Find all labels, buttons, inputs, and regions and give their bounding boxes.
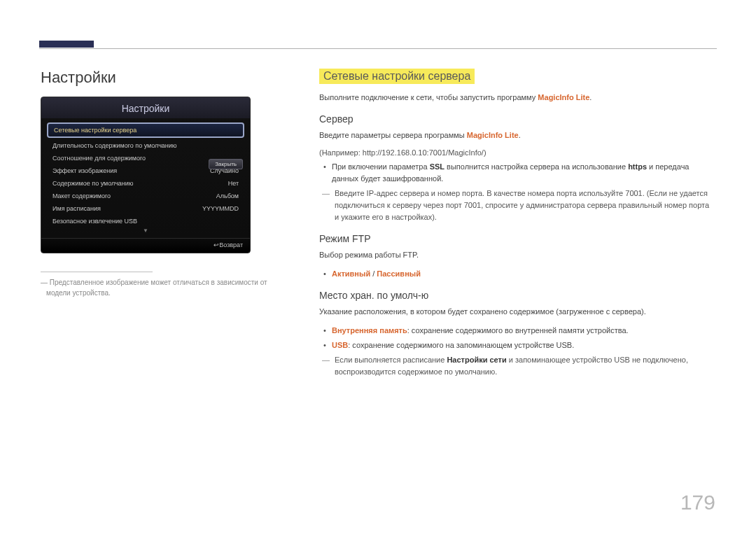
b-text-b: выполнится настройка сервера на использо… [444, 162, 628, 171]
brand-name: MagicInfo Lite [467, 131, 519, 139]
device-screen-title: Настройки [41, 97, 250, 118]
server-bullet-ssl: При включении параметра SSL выполнится н… [332, 161, 715, 185]
usb-text: : сохранение содержимого на запоминающем… [348, 341, 574, 349]
menu-item-label: Безопасное извлечение USB [52, 218, 137, 225]
ftp-line1: Выбор режима работы FTP. [319, 250, 715, 261]
intro-dot: . [589, 93, 592, 101]
page-number: 179 [680, 491, 715, 514]
page-content: Настройки Настройки Сетевые настройки се… [41, 69, 715, 506]
note-text: Представленное изображение может отличат… [46, 279, 267, 297]
network-settings-bold: Настройки сети [447, 356, 506, 364]
device-screenshot: Настройки Сетевые настройки сервера Длит… [41, 97, 251, 253]
return-label: Возврат [219, 241, 243, 248]
server-bullets: При включении параметра SSL выполнится н… [319, 161, 715, 185]
left-divider [41, 272, 153, 272]
menu-item-label: Длительность содержимого по умолчанию [52, 142, 177, 149]
menu-item-label: Содержимое по умолчанию [52, 180, 134, 187]
menu-item-value: YYYYMMDD [202, 205, 239, 212]
internal-label: Внутренняя память [332, 326, 407, 335]
storage-heading: Место хран. по умолч-ю [319, 290, 715, 301]
server-example: (Например: http://192.168.0.10:7001/Magi… [319, 148, 715, 157]
menu-item-default-content[interactable]: Содержимое по умолчанию Нет [47, 177, 244, 190]
left-column: Настройки Настройки Сетевые настройки се… [41, 69, 286, 506]
menu-item-safe-usb-removal[interactable]: Безопасное извлечение USB [47, 215, 244, 227]
menu-item-content-duration[interactable]: Длительность содержимого по умолчанию [47, 139, 244, 152]
storage-usb: USB: сохранение содержимого на запоминаю… [332, 339, 715, 351]
header-rule [39, 41, 717, 49]
note-dash: ― [41, 279, 48, 286]
server-heading: Сервер [319, 113, 715, 125]
ftp-mode-options: Активный / Пассивный [332, 268, 715, 280]
https-bold: https [628, 162, 647, 171]
intro-text: Выполните подключение к сети, чтобы запу… [319, 93, 538, 101]
menu-item-schedule-name[interactable]: Имя расписания YYYYMMDD [47, 202, 244, 215]
storage-line1: Указание расположения, в котором будет с… [319, 307, 715, 318]
dash-a: Если выполняется расписание [335, 356, 447, 364]
server-dot: . [519, 131, 521, 139]
menu-item-server-network-settings[interactable]: Сетевые настройки сервера [47, 122, 244, 138]
disclaimer-note: ― Представленное изображение может отлич… [41, 278, 286, 298]
device-menu: Сетевые настройки сервера Длительность с… [41, 118, 250, 238]
ftp-passive: Пассивный [377, 269, 421, 278]
section-title-highlight: Сетевые настройки сервера [319, 69, 475, 84]
menu-item-value: Альбом [216, 192, 239, 199]
menu-item-label: Макет содержимого [52, 192, 111, 199]
server-text-a: Введите параметры сервера программы [319, 131, 467, 139]
close-button[interactable]: Закрыть [209, 159, 243, 169]
usb-label: USB [332, 341, 348, 349]
storage-internal: Внутренняя память: сохранение содержимог… [332, 325, 715, 337]
menu-item-label: Имя расписания [52, 205, 101, 212]
menu-item-label: Соотношение для содержимого [52, 155, 146, 162]
menu-item-content-layout[interactable]: Макет содержимого Альбом [47, 190, 244, 202]
ftp-sep: / [370, 269, 377, 278]
storage-bullets: Внутренняя память: сохранение содержимог… [319, 325, 715, 351]
ftp-heading: Режим FTP [319, 233, 715, 244]
menu-item-label: Эффект изображения [52, 167, 117, 174]
left-title: Настройки [41, 69, 286, 87]
brand-name: MagicInfo Lite [538, 93, 589, 101]
b-text-a: При включении параметра [332, 162, 430, 171]
storage-dash-note: Если выполняется расписание Настройки се… [319, 354, 715, 378]
internal-text: : сохранение содержимого во внутренней п… [407, 326, 629, 335]
ftp-bullets: Активный / Пассивный [319, 268, 715, 280]
ssl-bold: SSL [430, 162, 444, 171]
intro-paragraph: Выполните подключение к сети, чтобы запу… [319, 92, 715, 104]
device-footer: ↩Возврат [41, 238, 250, 253]
menu-item-value: Нет [228, 180, 239, 187]
ftp-active: Активный [332, 269, 370, 278]
right-column: Сетевые настройки сервера Выполните подк… [319, 69, 715, 506]
scroll-down-icon: ▼ [47, 227, 244, 235]
server-dash-note: Введите IP-адрес сервера и номер порта. … [319, 188, 715, 223]
server-line1: Введите параметры сервера программы Magi… [319, 130, 715, 141]
